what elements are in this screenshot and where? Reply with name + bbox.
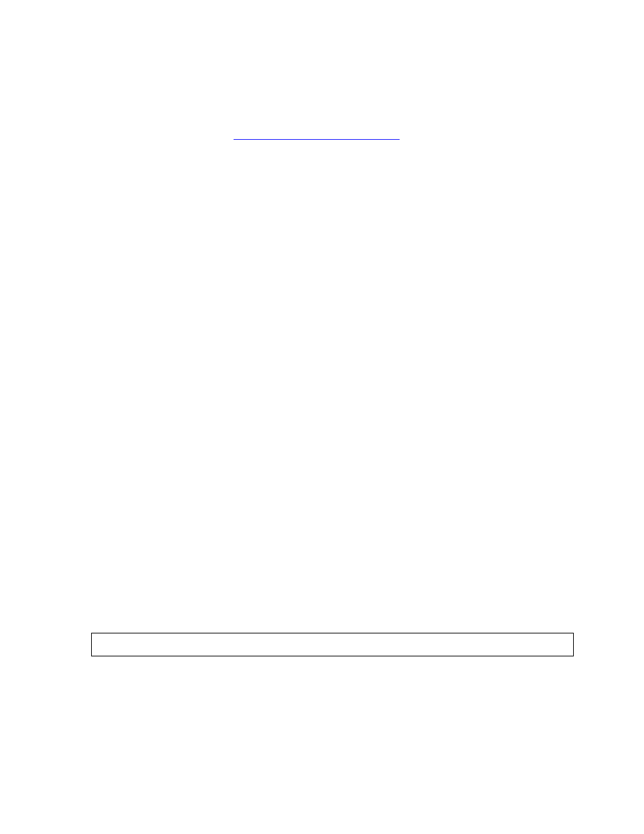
bordered-box [91, 633, 574, 656]
hyperlink-underline[interactable] [234, 139, 400, 140]
document-page [0, 0, 644, 834]
